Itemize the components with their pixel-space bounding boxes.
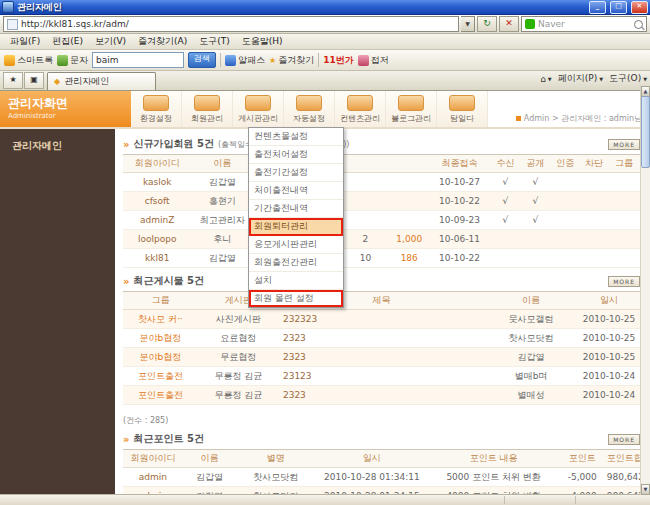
table-cell: 10-10-22	[428, 192, 490, 211]
table-cell: 2010-10-25	[578, 310, 640, 329]
table-cell[interactable]: 2323	[279, 329, 484, 348]
dropdown-menu-item[interactable]: 회원출전간관리	[249, 254, 343, 272]
admin-menu-item[interactable]: 탐일다	[437, 91, 488, 127]
page-menu-button[interactable]: 페이지(P) ▼	[558, 72, 603, 85]
quick-tabs-button[interactable]: ▣	[24, 72, 44, 89]
alpass-button[interactable]: 알패스	[225, 54, 265, 67]
column-header: 일시	[578, 292, 640, 310]
table-cell: 홍현기	[191, 192, 253, 211]
admin-menu-label: 환경설정	[140, 113, 172, 124]
dropdown-menu-item[interactable]: 회원 몰련 설정	[249, 290, 343, 307]
alpass-icon	[225, 55, 236, 66]
section-arrow-icon: »	[123, 434, 129, 445]
admin-menu-item[interactable]: 자동설정	[284, 91, 335, 127]
table-cell[interactable]: cfsoft	[123, 192, 191, 211]
title-bar[interactable]: 관리자메인 _ □ ✕	[0, 0, 650, 15]
stop-button[interactable]: ✕	[499, 16, 519, 32]
table-cell: 별매b며	[484, 367, 578, 386]
recent-points-table: 회원아이디이름별명일시포인트 내용포인트포인트합admin김갑열찻사모닷컴201…	[123, 449, 640, 500]
dropdown-menu-item[interactable]: 컨텐츠몰설정	[249, 128, 343, 146]
maximize-button[interactable]: □	[610, 1, 627, 14]
menubar-item[interactable]: 파일(F)	[4, 34, 46, 49]
menubar-item[interactable]: 편집(E)	[46, 34, 89, 49]
table-cell[interactable]: admin	[123, 468, 183, 487]
home-button[interactable]: ⌂ ▼	[540, 74, 552, 84]
address-dropdown-arrow-icon[interactable]: ▼	[461, 16, 475, 32]
dropdown-menu-item[interactable]: 출전기간설정	[249, 164, 343, 182]
menubar-item[interactable]: 즐겨찾기(A)	[132, 34, 193, 49]
address-input[interactable]: http://kkl81.sqs.kr/adm/	[3, 16, 459, 32]
table-cell: 분야b협정	[123, 329, 198, 348]
tools-menu-button[interactable]: 도구(O) ▼	[609, 72, 647, 85]
refresh-button[interactable]: ↻	[477, 16, 497, 32]
table-cell[interactable]: loolpopo	[123, 230, 191, 249]
dropdown-menu-item[interactable]: 처이출전내역	[249, 182, 343, 200]
column-header: 포인트	[559, 450, 606, 468]
table-cell[interactable]: kaslok	[123, 173, 191, 192]
scroll-down-button[interactable]: ▼	[641, 484, 650, 495]
favorites-center-button[interactable]: ★	[3, 72, 23, 89]
table-cell	[550, 211, 580, 230]
table-cell: √	[490, 211, 520, 230]
favorites-button[interactable]: ★ 즐겨찾기	[269, 54, 314, 67]
dropdown-menu-item[interactable]: 출전처어설정	[249, 146, 343, 164]
admin-menu-item[interactable]: 블로그관리	[386, 91, 437, 127]
dropdown-menu-item[interactable]: 기간출전내역	[249, 200, 343, 218]
column-header: 포인트합	[606, 450, 640, 468]
table-cell[interactable]: 23123	[279, 367, 484, 386]
table-cell: 10-10-27	[428, 173, 490, 192]
table-cell: 186	[390, 249, 428, 268]
sidebar-item-admin-main[interactable]: 관리자메인	[0, 129, 115, 153]
table-row: adminZ최고관리자최고관리자?10-09-23√√	[123, 211, 640, 230]
search-icon[interactable]	[634, 20, 643, 29]
table-cell: 김갑열	[191, 249, 253, 268]
close-button[interactable]: ✕	[631, 1, 648, 14]
table-cell[interactable]: kkl81	[123, 249, 191, 268]
more-button[interactable]: MORE	[608, 434, 640, 445]
table-cell[interactable]: 232323	[279, 310, 484, 329]
toolbar-search-input[interactable]: baim	[92, 52, 184, 68]
page-subtitle: Administrator	[8, 112, 123, 120]
more-button[interactable]: MORE	[608, 139, 640, 150]
tab-admin-main[interactable]: ◆ 관리자메인	[47, 72, 156, 90]
dropdown-menu-item[interactable]: 회원퇴터관리	[249, 218, 343, 236]
search-input[interactable]: Naver	[521, 16, 647, 32]
column-header: 이름	[484, 292, 578, 310]
table-cell	[341, 211, 390, 230]
menubar-item[interactable]: 도구(T)	[193, 34, 236, 49]
admin-logo[interactable]: 관리자화면 Administrator	[0, 91, 131, 127]
admin-menu-item[interactable]: 컨텐츠관리	[335, 91, 386, 127]
table-cell	[580, 211, 608, 230]
vertical-scrollbar[interactable]: ▲ ▼	[640, 86, 650, 495]
table-cell	[490, 249, 520, 268]
sms-button[interactable]: 문자	[57, 54, 88, 67]
more-button[interactable]: MORE	[608, 276, 640, 287]
menubar-item[interactable]: 보기(V)	[89, 34, 132, 49]
search-placeholder: Naver	[538, 19, 631, 29]
table-cell[interactable]: 2323	[279, 386, 484, 405]
capture-button[interactable]: 접저	[358, 54, 389, 67]
table-cell: 사진게시판	[198, 310, 279, 329]
minimize-button[interactable]: _	[589, 1, 606, 14]
table-cell[interactable]: 2323	[279, 348, 484, 367]
admin-menu-item[interactable]: 회원관리	[182, 91, 233, 127]
toolbar-separator	[318, 53, 319, 67]
table-cell: √	[520, 173, 550, 192]
section-recent-points-header: » 최근포인트 5건 MORE	[123, 432, 640, 446]
dropdown-menu-item[interactable]: 응모게시판관리	[249, 236, 343, 254]
admin-menu-item[interactable]: 게시판관리	[233, 91, 284, 127]
table-cell[interactable]: adminZ	[123, 211, 191, 230]
section-arrow-icon: »	[123, 276, 129, 287]
dropdown-menu-item[interactable]: 설치	[249, 272, 343, 290]
table-cell: 2	[341, 230, 390, 249]
admin-menu-item[interactable]: 환경설정	[131, 91, 182, 127]
table-cell	[390, 173, 428, 192]
toolbar-search-button[interactable]: 검색	[188, 52, 216, 68]
menubar-item[interactable]: 도움말(H)	[236, 34, 289, 49]
table-cell: -5,000	[559, 468, 606, 487]
smart-button[interactable]: 스마트록	[4, 54, 53, 67]
scrollbar-thumb[interactable]	[641, 96, 650, 168]
elevenst-button[interactable]: 11번가	[323, 54, 354, 67]
table-cell: 2010-10-24	[578, 386, 640, 405]
table-cell	[608, 173, 640, 192]
